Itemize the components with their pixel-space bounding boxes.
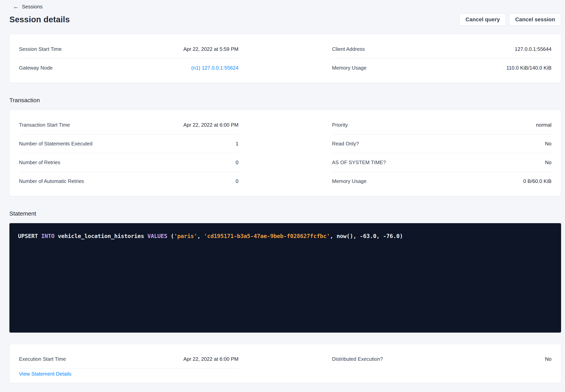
execution-left-column: Execution Start Time Apr 22, 2022 at 6:0… (19, 350, 238, 379)
summary-row: Read Only?No (332, 134, 551, 153)
transaction-summary-card: Transaction Start TimeApr 22, 2022 at 6:… (9, 110, 561, 196)
sql-token-keyword: INTO (41, 233, 58, 239)
row-label: Read Only? (332, 141, 359, 147)
summary-row: Transaction Start TimeApr 22, 2022 at 6:… (19, 115, 238, 134)
sql-token-plain: , (197, 233, 204, 239)
row-label: Memory Usage (332, 178, 366, 184)
row-label: Number of Statements Executed (19, 141, 92, 147)
cancel-query-button[interactable]: Cancel query (459, 14, 506, 26)
action-buttons: Cancel query Cancel session (459, 14, 561, 26)
session-details-page: ← Sessions Session details Cancel query … (9, 0, 561, 383)
row-value: normal (536, 122, 551, 128)
row-label: Session Start Time (19, 46, 62, 52)
row-label: Priority (332, 122, 348, 128)
summary-row: Prioritynormal (332, 115, 551, 134)
summary-row: Number of Automatic Retries0 (19, 172, 238, 191)
row-value: 0 B/60.0 KiB (523, 178, 551, 184)
sql-token-plain: , now(), -63.0, -76.0) (330, 233, 403, 239)
row-label: Transaction Start Time (19, 122, 70, 128)
back-arrow-icon: ← (13, 4, 19, 10)
row-label: Memory Usage (332, 65, 366, 71)
summary-row: Client Address127.0.0.1:55644 (332, 40, 551, 58)
row-label: AS OF SYSTEM TIME? (332, 159, 386, 166)
row-value: Apr 22, 2022 at 6:00 PM (183, 356, 238, 362)
execution-right-column: Distributed Execution? No (332, 350, 551, 379)
summary-row: Number of Retries0 (19, 153, 238, 172)
summary-row: Memory Usage110.0 KiB/140.0 KiB (332, 58, 551, 77)
row-label: Distributed Execution? (332, 356, 383, 362)
row-value: No (545, 141, 551, 147)
sql-token-keyword: VALUES (147, 233, 171, 239)
cancel-session-button[interactable]: Cancel session (509, 14, 561, 26)
execution-summary-card: Execution Start Time Apr 22, 2022 at 6:0… (9, 344, 561, 383)
sql-token-string: 'cd195171-b3a5-47ae-9beb-f028627fcfbc' (204, 233, 330, 239)
session-summary-card: Session Start TimeApr 22, 2022 at 5:59 P… (9, 34, 561, 83)
row-value: 1 (236, 141, 238, 147)
page-title: Session details (9, 15, 70, 24)
sql-statement-box: UPSERT INTO vehicle_location_histories V… (9, 223, 561, 333)
summary-row: Distributed Execution? No (332, 350, 551, 368)
summary-row: Gateway Node(n1) 127.0.0.1:55624 (19, 58, 238, 77)
statement-section-heading: Statement (9, 210, 561, 217)
transaction-section-heading: Transaction (9, 97, 561, 104)
session-summary-right-column: Client Address127.0.0.1:55644Memory Usag… (332, 40, 551, 77)
title-row: Session details Cancel query Cancel sess… (9, 13, 561, 26)
row-label: Client Address (332, 46, 365, 52)
transaction-right-column: PrioritynormalRead Only?NoAS OF SYSTEM T… (332, 115, 551, 191)
row-value: Apr 22, 2022 at 6:00 PM (183, 122, 238, 128)
row-label: Gateway Node (19, 65, 53, 71)
summary-row: Execution Start Time Apr 22, 2022 at 6:0… (19, 350, 238, 368)
row-value: Apr 22, 2022 at 5:59 PM (183, 46, 238, 52)
row-label: Number of Retries (19, 159, 60, 166)
session-summary-left-column: Session Start TimeApr 22, 2022 at 5:59 P… (19, 40, 238, 77)
breadcrumb-label: Sessions (22, 4, 43, 10)
summary-row: Memory Usage0 B/60.0 KiB (332, 172, 551, 191)
row-value-link[interactable]: (n1) 127.0.0.1:55624 (191, 65, 238, 71)
row-value: No (545, 356, 551, 362)
summary-row: Number of Statements Executed1 (19, 134, 238, 153)
row-value: 127.0.0.1:55644 (515, 46, 551, 52)
row-value: 0 (236, 178, 238, 184)
row-label: Number of Automatic Retries (19, 178, 84, 184)
sql-token-plain: UPSERT (18, 233, 41, 239)
view-statement-details-row: View Statement Details (19, 368, 238, 379)
row-label: Execution Start Time (19, 356, 66, 362)
summary-row: Session Start TimeApr 22, 2022 at 5:59 P… (19, 40, 238, 58)
sql-token-string: 'paris' (174, 233, 197, 239)
row-value: No (545, 159, 551, 166)
row-value: 0 (236, 159, 238, 166)
sql-token-plain: vehicle_location_histories (58, 233, 148, 239)
summary-row: AS OF SYSTEM TIME?No (332, 153, 551, 172)
row-value: 110.0 KiB/140.0 KiB (506, 65, 551, 71)
view-statement-details-link[interactable]: View Statement Details (19, 371, 71, 377)
back-to-sessions-link[interactable]: ← Sessions (13, 0, 43, 10)
sql-token-plain: ( (171, 233, 174, 239)
transaction-left-column: Transaction Start TimeApr 22, 2022 at 6:… (19, 115, 238, 191)
